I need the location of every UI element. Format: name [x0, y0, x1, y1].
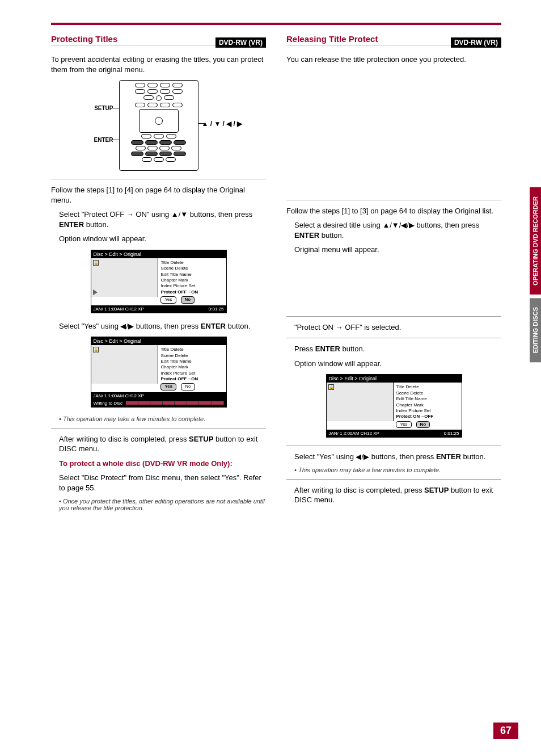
writing-to-disc-row: Writing to Disc	[91, 400, 226, 407]
enter-button-label: ENTER	[79, 137, 113, 143]
menu-item: Index Picture Set	[396, 408, 459, 414]
left-right-arrows-icon: ◀/▶	[356, 452, 369, 461]
osd-menu: Title Delete Scene Delete Edit Title Nam…	[158, 345, 226, 392]
menu-item-selected: Protect ON→OFF	[396, 414, 459, 419]
divider	[286, 200, 501, 200]
step-5: "Protect ON → OFF" is selected.	[294, 322, 501, 333]
text: Select "Yes" using	[294, 452, 356, 461]
menu-item: Edit Title Name	[396, 396, 459, 402]
step-8: After writing to disc is completed, pres…	[294, 485, 501, 505]
note-few-minutes: This operation may take a few minutes to…	[59, 415, 266, 422]
left-column: Protecting Titles DVD-RW (VR) To prevent…	[51, 34, 266, 511]
text: Select "Protect OFF → ON" using	[59, 210, 171, 219]
manual-page: Protecting Titles DVD-RW (VR) To prevent…	[0, 0, 541, 756]
all-arrows-icon: ▲/▼/◀/▶	[382, 221, 415, 229]
text: button.	[319, 231, 344, 240]
menu-item: Edit Title Name	[160, 359, 223, 364]
step6-line2: Option window will appear.	[294, 359, 501, 369]
whole-disc-body: Select "Disc Protect" from Disc menu, th…	[59, 473, 266, 493]
text: button.	[461, 452, 485, 461]
osd-foot-left: JAN/ 1 2:00AM CH12 XP	[329, 431, 379, 436]
arrow-buttons-label: ▲ / ▼ / ◀ / ▶	[202, 120, 247, 128]
osd-breadcrumb: Disc > Edit > Original	[91, 337, 226, 345]
osd-foot-right: 0:01:25	[209, 306, 224, 312]
setup-label: SETUP	[424, 486, 449, 494]
progress-bar-icon	[126, 401, 224, 405]
osd-screenshot-3: Disc > Edit > Original 🔒 Title Delete Sc…	[326, 374, 462, 438]
text: Select "Yes" using	[59, 322, 120, 330]
osd-thumbnail: 🔒	[91, 258, 159, 297]
divider	[286, 446, 501, 446]
text: After writing to disc is completed, pres…	[294, 486, 424, 494]
step5-line2: Option window will appear.	[59, 234, 266, 244]
two-columns: Protecting Titles DVD-RW (VR) To prevent…	[51, 34, 501, 511]
yes-option: Yes	[160, 296, 176, 303]
text: Press	[294, 345, 315, 353]
osd-footer: JAN/ 1 2:00AM CH12 XP 0:01:25	[327, 430, 462, 437]
divider	[286, 479, 501, 480]
menu-item: Title Delete	[160, 347, 223, 352]
menu-item: Scene Delete	[160, 353, 223, 359]
spacer	[286, 69, 501, 194]
text: button.	[340, 345, 365, 353]
lock-icon: 🔒	[93, 260, 99, 266]
menu-item: Index Picture Set	[160, 283, 223, 289]
osd-menu: Title Delete Scene Delete Edit Title Nam…	[394, 383, 461, 430]
step-5: Select "Protect OFF → ON" using ▲/▼ butt…	[59, 209, 266, 244]
enter-label: ENTER	[294, 231, 319, 240]
page-number: 67	[493, 723, 518, 739]
text: buttons, then press	[188, 210, 252, 219]
step6-line1: Select "Yes" using ◀/▶ buttons, then pre…	[59, 321, 266, 331]
osd-foot-left: JAN/ 1 1:00AM CH12 XP	[94, 306, 144, 312]
enter-label: ENTER	[315, 345, 340, 353]
step-7: After writing to disc is completed, pres…	[59, 434, 266, 454]
osd-foot-left: JAN/ 1 1:00AM CH12 XP	[94, 393, 144, 398]
whole-disc-heading: To protect a whole disc (DVD-RW VR mode …	[59, 459, 266, 469]
nav-pad-icon	[139, 109, 179, 133]
osd-footer: JAN/ 1 1:00AM CH12 XP 0:01:25	[91, 305, 226, 313]
right-column: Releasing Title Protect DVD-RW (VR) You …	[286, 34, 501, 511]
step4-line2: Original menu will appear.	[294, 245, 501, 255]
remote-control-icon	[119, 80, 198, 171]
play-icon	[93, 289, 98, 295]
osd-breadcrumb: Disc > Edit > Original	[91, 250, 226, 258]
menu-item: Chapter Mark	[160, 278, 223, 283]
note-protection: Once you protect the titles, other editi…	[59, 498, 266, 511]
text: button.	[84, 220, 108, 229]
menu-item: Chapter Mark	[160, 364, 223, 370]
menu-item: Scene Delete	[396, 390, 459, 396]
enter-label: ENTER	[201, 322, 226, 330]
menu-item-selected: Protect OFF→ON	[160, 376, 223, 382]
text: After writing to disc is completed, pres…	[59, 435, 189, 443]
writing-label: Writing to Disc	[94, 401, 122, 406]
divider	[286, 338, 501, 338]
step7-line1: Select "Yes" using ◀/▶ buttons, then pre…	[294, 452, 501, 462]
step-6: Select "Yes" using ◀/▶ buttons, then pre…	[59, 321, 266, 331]
menu-item-selected: Protect OFF→ON	[160, 289, 223, 295]
step5-line1: Select "Protect OFF → ON" using ▲/▼ butt…	[59, 209, 266, 229]
no-option-selected: No	[416, 421, 430, 428]
text: button.	[226, 322, 250, 330]
divider	[286, 316, 501, 317]
text: Select a desired title using	[294, 221, 382, 229]
spacer	[286, 259, 501, 310]
remote-diagram: SETUP ENTER ▲ / ▼ / ◀ / ▶	[51, 80, 266, 173]
enter-label: ENTER	[436, 452, 461, 461]
follow-steps-text: Follow the steps [1] to [3] on page 64 t…	[286, 206, 501, 216]
osd-thumbnail: 🔒	[91, 345, 159, 384]
tab-editing-discs: EDITING DISCS	[530, 298, 541, 362]
dvd-rw-vr-badge: DVD-RW (VR)	[215, 37, 266, 48]
setup-button-label: SETUP	[79, 105, 113, 111]
osd-menu: Title Delete Scene Delete Edit Title Nam…	[158, 258, 226, 305]
text: buttons, then press	[134, 322, 201, 330]
up-down-arrows-icon: ▲/▼	[171, 210, 188, 219]
menu-item: Chapter Mark	[396, 402, 459, 408]
step-6: Press ENTER button. Option window will a…	[294, 344, 501, 368]
osd-foot-right: 0:01:25	[444, 431, 459, 436]
dvd-rw-vr-badge: DVD-RW (VR)	[451, 37, 501, 48]
setup-label: SETUP	[189, 435, 213, 443]
section-tabs: OPERATING DVD RECORDER EDITING DISCS	[530, 187, 541, 362]
yes-option-selected: Yes	[160, 383, 176, 390]
step4-line1: Select a desired title using ▲/▼/◀/▶ but…	[294, 220, 501, 240]
left-right-arrows-icon: ◀/▶	[120, 322, 134, 330]
